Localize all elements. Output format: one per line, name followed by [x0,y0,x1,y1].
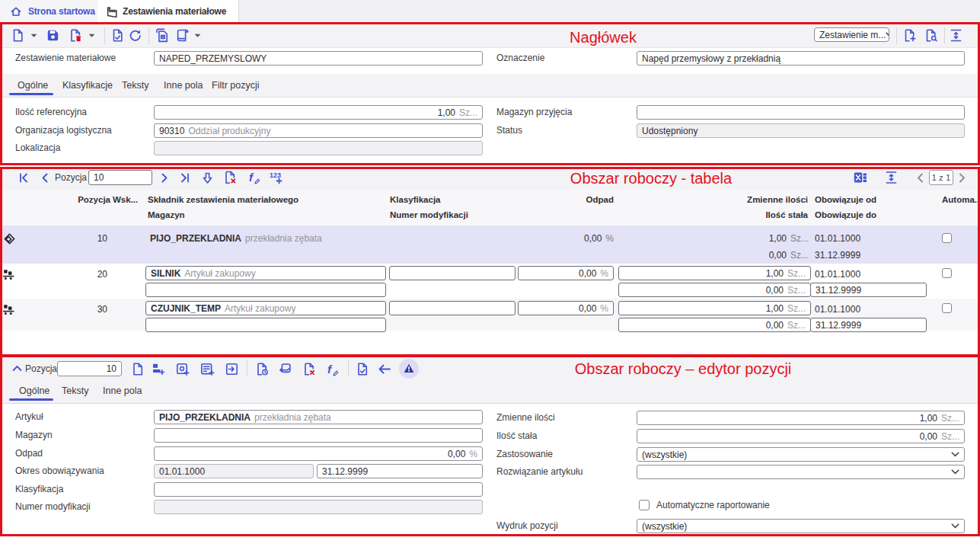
editor-tab-teksty[interactable]: Teksty [62,379,88,402]
okres-do-input[interactable]: 31.12.9999 [317,464,483,478]
col-skladnik[interactable]: Składnik zestawienia materiałowego [148,194,298,205]
collapse-icon[interactable] [12,365,22,372]
col-wsk[interactable]: Wsk... [113,194,138,205]
move-down-icon[interactable] [202,172,213,184]
purchase-cart-icon [2,303,15,316]
col-obowiazuje-do[interactable]: Obowiązuje do [815,210,876,220]
row3-skladnik-input[interactable]: CZUJNIK_TEMPArtykuł zakupowy [145,301,386,315]
add-list-icon[interactable] [200,363,215,376]
factory-icon [106,5,119,18]
find-document-icon[interactable] [924,29,938,42]
row2-klasyfikacja-input[interactable] [389,266,516,280]
previous-row-icon[interactable] [40,173,49,183]
row2-ilosc-stala-input[interactable]: 0,00Sz... [618,283,811,297]
add-subassembly-icon[interactable] [176,363,190,376]
klasyfikacja-input[interactable] [154,482,483,497]
organizacja-logistyczna-desc: Oddział produkcyjny [188,126,270,136]
wydruk-pozycji-select[interactable]: (wszystkie) [637,519,965,533]
tab-zestawienia-materialowe-label: Zestawienia materiałowe [123,0,226,23]
row2-zmienne-input[interactable]: 1,00Sz... [618,266,811,280]
add-document-icon[interactable] [903,29,917,42]
row1-automatyczne-checkbox[interactable] [942,233,952,243]
accept-icon[interactable] [356,363,369,376]
col-pozycja[interactable]: Pozycja [69,194,110,205]
new-document-dropdown-icon[interactable] [30,34,37,38]
odpad-input[interactable]: 0,00% [154,446,483,461]
next-row-icon[interactable] [160,173,169,183]
new-document-icon[interactable] [11,29,24,42]
report-icon[interactable] [176,29,190,42]
organizacja-logistyczna-input[interactable]: 90310 Oddział produkcyjny [154,123,483,138]
renumber-icon[interactable]: 123 [269,171,283,184]
save-icon[interactable] [46,29,59,42]
organizacja-logistyczna-label: Organizacja logistyczna [15,123,112,138]
edit-formula-icon[interactable]: f [247,171,261,184]
svg-text:f: f [249,171,254,184]
col-automatyczne[interactable]: Automa... [942,194,980,205]
col-ilosc-stala[interactable]: Ilość stała [731,210,808,220]
col-magazyn[interactable]: Magazyn [148,210,185,220]
row1-obowiazuje-od: 01.01.1000 [815,233,860,245]
col-zmienne-ilosci[interactable]: Zmienne ilości [731,194,808,205]
artykul-input[interactable]: PIJO_PRZEKLADNIAprzekładnia zębata [154,410,483,424]
ilosc-referencyjna-input[interactable]: 1,00 Sz... [154,105,483,120]
zestawienie-input[interactable]: NAPED_PRZEMYSLOWY [154,51,483,66]
report-dropdown-icon[interactable] [194,34,201,38]
magazyn-input[interactable] [154,428,483,443]
row3-zmienne-input[interactable]: 1,00Sz... [618,301,811,315]
header-tab-klasyfikacje[interactable]: Klasyfikacje [62,74,113,97]
editor-new-icon[interactable] [132,363,144,376]
view-select[interactable]: Zestawienie m... [814,27,889,42]
row3-automatyczne-checkbox[interactable] [942,303,952,313]
ilosc-stala-input[interactable]: 0,00Sz... [637,429,965,443]
rozwiazanie-artykulu-select[interactable] [637,465,965,479]
row3-magazyn-input[interactable] [145,318,386,332]
row3-odpad-input[interactable]: 0,00% [518,301,614,315]
row3-ilosc-stala-input[interactable]: 0,00Sz... [618,318,811,332]
table-pozycja-input[interactable]: 10 [88,170,152,185]
delete-row-icon[interactable] [224,171,237,184]
okres-obowiazywania-label: Okres obowiązywania [15,464,104,478]
col-odpad[interactable]: Odpad [533,194,614,205]
previous-page-icon[interactable] [916,173,924,183]
col-numer-modyfikacji[interactable]: Numer modyfikacji [390,210,468,220]
copy-check-document-icon[interactable] [155,28,169,43]
header-tab-filtr-pozycji[interactable]: Filtr pozycji [212,74,260,97]
header-tab-teksty[interactable]: Teksty [122,74,148,97]
editor-edit-formula-icon[interactable]: f [326,363,340,376]
refresh-icon[interactable] [129,29,142,42]
col-klasyfikacja[interactable]: Klasyfikacja [390,194,441,205]
delete-position-icon[interactable] [303,363,316,376]
fit-height-icon[interactable] [950,29,962,42]
magazyn-przyjecia-input[interactable] [637,105,965,120]
oznaczenie-input[interactable]: Napęd przemysłowy z przekładnią [637,51,965,66]
verify-document-icon[interactable] [111,29,124,42]
excel-export-icon[interactable] [854,171,867,184]
next-page-icon[interactable] [958,173,966,183]
status-input: Udostępniony [637,123,965,138]
delete-document-icon[interactable] [69,29,82,42]
header-tab-inne-pola[interactable]: Inne pola [164,74,203,97]
row3-klasyfikacja-input[interactable] [389,301,516,315]
row2-automatyczne-checkbox[interactable] [942,268,952,278]
insert-position-icon[interactable] [225,363,239,376]
zastosowanie-select[interactable]: (wszystkie) [637,447,965,462]
row2-skladnik-input[interactable]: SILNIKArtykuł zakupowy [145,266,386,280]
replace-document-icon[interactable] [279,363,293,376]
row2-odpad-input[interactable]: 0,00% [518,266,614,280]
row2-obowiazuje-do-input[interactable]: 31.12.9999 [810,283,927,297]
row3-obowiazuje-do-input[interactable]: 31.12.9999 [810,318,927,332]
editor-tab-inne-pola[interactable]: Inne pola [103,379,142,402]
undo-icon[interactable] [378,364,391,374]
table-fit-height-icon[interactable] [886,171,897,184]
row2-magazyn-input[interactable] [145,283,386,297]
zmienne-ilosci-input[interactable]: 1,00Sz... [637,411,965,425]
last-row-icon[interactable] [180,173,190,183]
col-obowiazuje-od[interactable]: Obowiązuje od [815,194,876,205]
auto-raportowanie-checkbox[interactable] [639,500,650,510]
history-document-icon[interactable] [256,363,269,376]
editor-pozycja-input[interactable]: 10 [57,361,122,376]
add-rows-icon[interactable] [152,363,166,376]
first-row-icon[interactable] [18,173,29,183]
delete-document-dropdown-icon[interactable] [88,34,95,38]
